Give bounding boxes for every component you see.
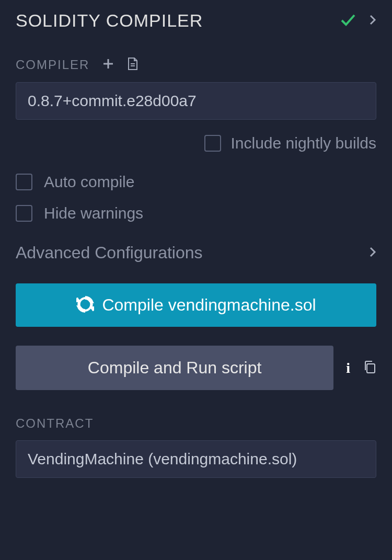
header-icons bbox=[340, 13, 376, 29]
compile-run-script-button[interactable]: Compile and Run script bbox=[16, 346, 333, 390]
svg-rect-8 bbox=[367, 364, 375, 373]
auto-compile-checkbox[interactable] bbox=[16, 174, 32, 190]
contract-selected-value: VendingMachine (vendingmachine.sol) bbox=[28, 450, 297, 468]
hide-warnings-label: Hide warnings bbox=[44, 204, 143, 222]
info-icon[interactable]: i bbox=[346, 360, 350, 376]
compiler-label: COMPILER bbox=[16, 58, 89, 72]
compiler-select[interactable]: 0.8.7+commit.e28d00a7 bbox=[16, 82, 376, 120]
contract-section: CONTRACT VendingMachine (vendingmachine.… bbox=[16, 416, 376, 478]
hide-warnings-row: Hide warnings bbox=[16, 204, 376, 222]
panel-header: SOLIDITY COMPILER bbox=[16, 10, 376, 31]
advanced-label: Advanced Configurations bbox=[16, 243, 203, 262]
refresh-icon bbox=[76, 295, 95, 315]
contract-label: CONTRACT bbox=[16, 416, 94, 430]
run-script-label: Compile and Run script bbox=[88, 358, 262, 378]
nightly-builds-label: Include nightly builds bbox=[230, 134, 376, 152]
compiler-selected-value: 0.8.7+commit.e28d00a7 bbox=[28, 92, 197, 110]
chevron-right-icon[interactable] bbox=[369, 14, 376, 28]
run-script-row: Compile and Run script i bbox=[16, 346, 376, 390]
nightly-builds-checkbox[interactable] bbox=[204, 135, 221, 152]
nightly-row: Include nightly builds bbox=[16, 134, 376, 152]
plus-icon[interactable] bbox=[102, 58, 114, 72]
hide-warnings-checkbox[interactable] bbox=[16, 205, 32, 222]
compile-button-label: Compile vendingmachine.sol bbox=[102, 295, 316, 315]
copy-icon[interactable] bbox=[363, 360, 376, 376]
contract-select[interactable]: VendingMachine (vendingmachine.sol) bbox=[16, 440, 376, 478]
chevron-right-icon bbox=[369, 246, 376, 260]
compiler-label-row: COMPILER bbox=[16, 57, 376, 73]
compile-button[interactable]: Compile vendingmachine.sol bbox=[16, 283, 376, 327]
panel-title: SOLIDITY COMPILER bbox=[16, 10, 203, 31]
file-icon[interactable] bbox=[127, 57, 139, 73]
auto-compile-row: Auto compile bbox=[16, 173, 376, 191]
auto-compile-label: Auto compile bbox=[44, 173, 134, 191]
advanced-configurations-toggle[interactable]: Advanced Configurations bbox=[16, 243, 376, 262]
check-icon[interactable] bbox=[340, 13, 356, 29]
